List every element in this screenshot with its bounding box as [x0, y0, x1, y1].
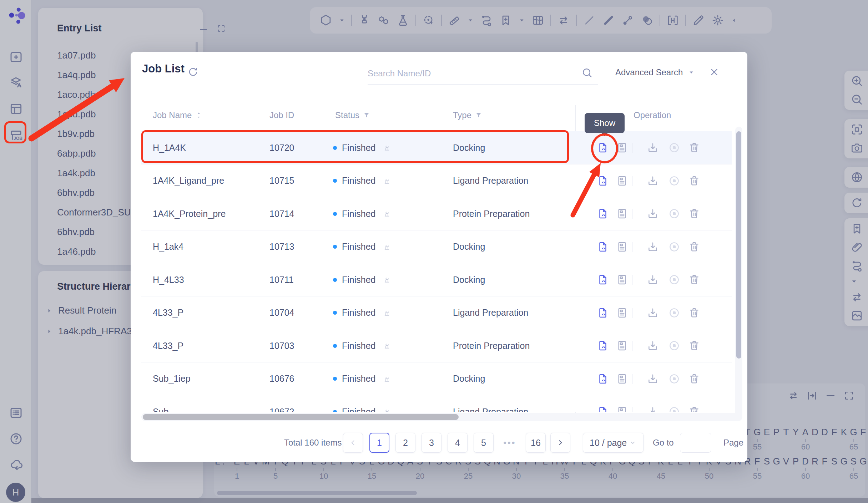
report-icon[interactable]	[616, 373, 628, 385]
file-view-icon[interactable]	[597, 373, 609, 385]
job-status-cell: Finished	[333, 296, 392, 329]
refresh-icon[interactable]	[187, 66, 199, 78]
file-view-icon[interactable]	[597, 406, 609, 412]
report-icon[interactable]	[616, 142, 628, 154]
table-row[interactable]: 4L33_P10704FinishedLigand Preparation	[141, 296, 732, 330]
funnel-icon[interactable]	[474, 111, 483, 120]
job-type-cell: Docking	[453, 131, 485, 164]
report-icon[interactable]	[616, 406, 628, 412]
download-icon[interactable]	[647, 208, 659, 220]
column-header-status[interactable]: Status	[335, 105, 371, 126]
trash-icon[interactable]	[688, 307, 700, 319]
job-name-cell: Sub	[153, 395, 168, 412]
operation-divider	[632, 242, 632, 252]
report-icon[interactable]	[616, 175, 628, 187]
goto-page-input[interactable]	[680, 433, 711, 453]
status-label: Finished	[342, 176, 376, 186]
file-view-icon[interactable]	[597, 175, 609, 187]
download-icon[interactable]	[647, 274, 659, 286]
column-header-label: Status	[335, 110, 359, 120]
job-status-cell: Finished	[333, 263, 392, 296]
column-header-label: Job Name	[153, 110, 192, 120]
pagination-page-4[interactable]: 4	[448, 433, 468, 453]
trash-icon[interactable]	[688, 142, 700, 154]
download-icon[interactable]	[647, 241, 659, 253]
table-hscroll-thumb[interactable]	[143, 414, 459, 420]
table-row[interactable]: 4L33_P10703FinishedProtein Preparation	[141, 329, 732, 362]
file-view-icon[interactable]	[597, 340, 609, 352]
pagination-prev-button[interactable]	[343, 433, 363, 453]
screen: JOB H Entry List 1a07.pdb1a4q.pdb1aco.pd…	[0, 0, 868, 503]
report-icon[interactable]	[616, 340, 628, 352]
page-size-value: 10 / page	[590, 438, 627, 448]
table-row[interactable]: 1A4K_Protein_pre10714FinishedProtein Pre…	[141, 197, 732, 230]
job-type-cell: Ligand Preparation	[453, 164, 528, 197]
download-icon[interactable]	[647, 175, 659, 187]
job-name-cell: H_1A4K	[153, 131, 186, 164]
file-view-icon[interactable]	[597, 274, 609, 286]
pagination-page-1[interactable]: 1	[369, 433, 389, 453]
pagination-ellipsis: •••	[500, 433, 520, 453]
operation-divider	[632, 407, 632, 412]
table-row[interactable]: Sub10672FinishedLigand Preparation	[141, 395, 732, 412]
refresh-icon	[187, 66, 199, 78]
goto-label: Go to	[653, 433, 674, 453]
alarm-icon	[382, 209, 392, 218]
file-view-icon[interactable]	[597, 142, 609, 154]
search-icon[interactable]	[581, 67, 593, 79]
pagination-page-2[interactable]: 2	[395, 433, 415, 453]
report-icon[interactable]	[616, 274, 628, 286]
alarm-icon	[382, 275, 392, 284]
report-icon[interactable]	[616, 307, 628, 319]
trash-icon[interactable]	[688, 208, 700, 220]
column-header-job-name[interactable]: Job Name	[153, 105, 203, 126]
job-name-cell: 4L33_P	[153, 329, 183, 362]
trash-icon[interactable]	[688, 274, 700, 286]
job-status-cell: Finished	[333, 131, 392, 164]
file-view-icon[interactable]	[597, 208, 609, 220]
download-icon[interactable]	[647, 340, 659, 352]
download-icon[interactable]	[647, 406, 659, 412]
status-dot	[333, 179, 337, 183]
download-icon[interactable]	[647, 307, 659, 319]
pagination-page-5[interactable]: 5	[474, 433, 494, 453]
download-icon[interactable]	[647, 373, 659, 385]
pagination-page-16[interactable]: 16	[526, 433, 546, 453]
file-view-icon[interactable]	[597, 241, 609, 253]
job-type-cell: Protein Preparation	[453, 329, 530, 362]
pagination-next-button[interactable]	[550, 433, 570, 453]
close-icon[interactable]	[708, 66, 720, 78]
table-vscroll-thumb[interactable]	[736, 131, 741, 359]
stop-icon	[668, 373, 680, 385]
job-id-cell: 10714	[269, 197, 294, 230]
file-view-icon[interactable]	[597, 307, 609, 319]
funnel-icon[interactable]	[362, 111, 371, 120]
search-input[interactable]	[368, 64, 575, 83]
table-row[interactable]: H_1A4K10720FinishedDocking	[141, 131, 732, 164]
trash-icon[interactable]	[688, 373, 700, 385]
status-label: Finished	[342, 242, 376, 252]
job-id-cell: 10703	[269, 329, 294, 362]
stop-icon	[668, 142, 680, 154]
report-icon[interactable]	[616, 208, 628, 220]
trash-icon[interactable]	[688, 241, 700, 253]
table-row[interactable]: Sub_1iep10676FinishedDocking	[141, 362, 732, 396]
trash-icon[interactable]	[688, 175, 700, 187]
report-icon[interactable]	[616, 241, 628, 253]
operation-divider	[632, 143, 632, 153]
trash-icon[interactable]	[688, 406, 700, 412]
column-header-label: Operation	[634, 110, 671, 120]
next-icon	[556, 438, 565, 447]
sort-icon[interactable]	[195, 111, 203, 120]
column-header-type[interactable]: Type	[453, 105, 483, 126]
download-icon[interactable]	[647, 142, 659, 154]
pagination-page-3[interactable]: 3	[422, 433, 441, 453]
table-row[interactable]: H_1ak410713FinishedDocking	[141, 230, 732, 264]
table-row[interactable]: H_4L3310711FinishedDocking	[141, 263, 732, 296]
trash-icon[interactable]	[688, 340, 700, 352]
advanced-search-button[interactable]: Advanced Search	[615, 67, 695, 77]
table-row[interactable]: 1A4K_Ligand_pre10715FinishedLigand Prepa…	[141, 164, 732, 198]
page-size-select[interactable]: 10 / page	[583, 433, 644, 453]
stop-icon	[668, 307, 680, 319]
status-dot	[333, 311, 337, 315]
